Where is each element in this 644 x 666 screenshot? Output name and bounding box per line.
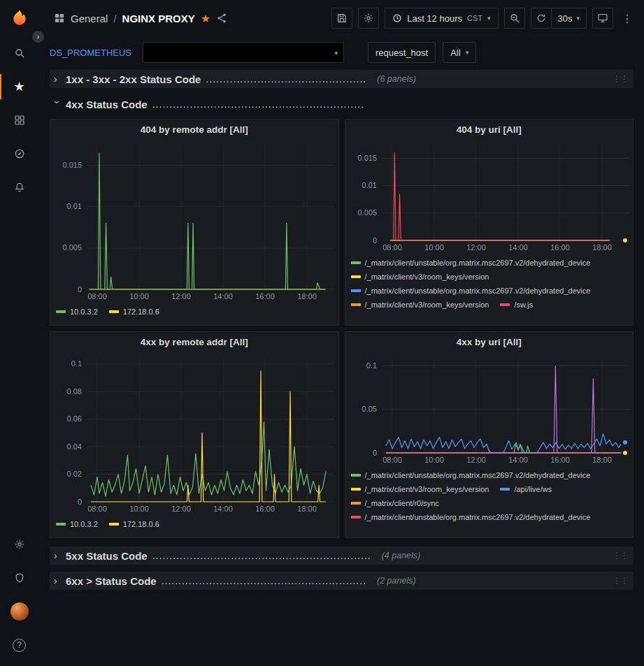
- svg-text:0: 0: [78, 498, 82, 506]
- search-icon: [14, 48, 25, 59]
- legend-swatch: [56, 523, 66, 526]
- chevron-down-icon: ›: [52, 101, 63, 108]
- breadcrumb-section[interactable]: General: [71, 13, 108, 24]
- legend-item[interactable]: /_matrix/client/unstable/org.matrix.msc2…: [351, 512, 591, 522]
- row-6xx-status-code[interactable]: › 6xx > Status Code ....................…: [50, 572, 634, 590]
- kebab-menu-icon[interactable]: ⋮: [619, 12, 636, 25]
- row-panel-count: (2 panels): [377, 576, 416, 586]
- refresh-interval-select[interactable]: 30s ▾: [551, 8, 587, 29]
- drag-handle-icon[interactable]: ⋮⋮: [613, 74, 628, 84]
- row-panel-count: (4 panels): [382, 551, 421, 560]
- panel-title[interactable]: 404 by remote addr [All]: [50, 120, 338, 139]
- svg-text:0: 0: [372, 449, 376, 457]
- request-host-variable-select[interactable]: All ▾: [443, 42, 476, 63]
- dashboards-grid-icon: [14, 115, 25, 126]
- request-host-variable-value: All: [450, 48, 460, 58]
- chart-4xx-by-uri[interactable]: 08:0010:0012:0014:0016:0018:0000.050.1: [345, 352, 634, 467]
- chevron-right-icon: ›: [54, 550, 61, 561]
- chart-4xx-by-remote-addr[interactable]: 08:0010:0012:0014:0016:0018:0000.020.040…: [50, 352, 338, 516]
- svg-text:0.01: 0.01: [362, 181, 376, 189]
- sidebar-item-dashboards[interactable]: [0, 103, 38, 137]
- sidebar-item-profile[interactable]: [0, 595, 38, 628]
- zoom-out-icon: [509, 13, 520, 24]
- row-4xx-status-code[interactable]: › 4xx Status Code ......................…: [50, 95, 634, 113]
- sidebar: ★: [0, 36, 38, 666]
- share-icon[interactable]: [216, 13, 227, 24]
- legend-item[interactable]: /_matrix/client/v3/room_keys/version: [351, 484, 489, 494]
- shield-icon: [14, 572, 25, 584]
- grafana-logo[interactable]: [0, 9, 38, 27]
- svg-text:12:00: 12:00: [171, 505, 191, 513]
- favorite-star-icon[interactable]: ★: [201, 12, 210, 25]
- sidebar-item-configuration[interactable]: [0, 528, 38, 561]
- dashboard-title[interactable]: NGINX PROXY: [122, 13, 195, 24]
- drag-handle-icon[interactable]: ⋮⋮: [613, 576, 628, 586]
- panel-title[interactable]: 4xx by remote addr [All]: [50, 332, 338, 352]
- legend-item[interactable]: /sw.js: [500, 300, 533, 310]
- legend-swatch: [109, 523, 119, 526]
- time-range-label: Last 12 hours: [407, 13, 462, 24]
- legend-label: 172.18.0.6: [123, 519, 159, 529]
- legend-label: 10.0.3.2: [70, 519, 98, 529]
- svg-text:16:00: 16:00: [255, 505, 275, 513]
- grafana-app: General / NGINX PROXY ★: [0, 0, 644, 666]
- variables-submenu: DS_PROMETHEUS ▾ request_host All ▾: [38, 36, 644, 70]
- panel-title[interactable]: 4xx by uri [All]: [345, 332, 634, 352]
- legend-label: /_matrix/client/v3/room_keys/version: [365, 272, 489, 282]
- drag-handle-icon[interactable]: ⋮⋮: [613, 551, 628, 560]
- sidebar-item-help[interactable]: ?: [0, 628, 38, 662]
- refresh-icon: [536, 13, 546, 23]
- legend-label: 172.18.0.6: [123, 307, 159, 317]
- gear-icon: [14, 539, 25, 550]
- svg-text:08:00: 08:00: [382, 456, 402, 464]
- datasource-variable-label[interactable]: DS_PROMETHEUS: [50, 48, 136, 58]
- sidebar-item-search[interactable]: [0, 36, 38, 70]
- legend-item[interactable]: /_matrix/client/unstable/org.matrix.msc2…: [351, 286, 591, 296]
- svg-text:10:00: 10:00: [129, 292, 149, 301]
- chart-404-by-uri[interactable]: 08:0010:0012:0014:0016:0018:0000.0050.01…: [345, 139, 634, 254]
- sidebar-item-explore[interactable]: [0, 137, 38, 171]
- legend-swatch: [351, 488, 361, 491]
- sidebar-item-alerting[interactable]: [0, 171, 38, 204]
- legend-item[interactable]: /_matrix/client/unstable/org.matrix.msc2…: [351, 258, 591, 268]
- svg-text:12:00: 12:00: [171, 292, 191, 301]
- dashboard-settings-button[interactable]: [358, 8, 379, 29]
- breadcrumb-separator: /: [113, 13, 116, 24]
- legend-item[interactable]: 172.18.0.6: [109, 519, 159, 529]
- legend-item[interactable]: /_matrix/client/v3/room_keys/version: [351, 272, 489, 282]
- legend-item[interactable]: /_matrix/client/r0/sync: [351, 498, 439, 508]
- svg-text:10:00: 10:00: [129, 505, 149, 513]
- legend-item[interactable]: 172.18.0.6: [109, 307, 159, 317]
- sidebar-item-server-admin[interactable]: [0, 561, 38, 595]
- row-title: 5xx Status Code: [66, 550, 148, 562]
- chart-legend: /_matrix/client/unstable/org.matrix.msc2…: [345, 467, 634, 537]
- panel-title[interactable]: 404 by uri [All]: [345, 120, 634, 139]
- zoom-out-time-button[interactable]: [504, 8, 525, 29]
- row-5xx-status-code[interactable]: › 5xx Status Code ......................…: [50, 546, 634, 565]
- datasource-variable-select[interactable]: ▾: [143, 42, 344, 63]
- tv-mode-button[interactable]: [592, 8, 613, 29]
- legend-swatch: [351, 261, 361, 264]
- legend-item[interactable]: /_matrix/client/v3/room_keys/version: [351, 300, 489, 310]
- refresh-button[interactable]: [531, 8, 552, 29]
- save-dashboard-button[interactable]: [331, 8, 352, 29]
- row-1xx-3xx-2xx-status-code[interactable]: › 1xx - 3xx - 2xx Status Code ..........…: [50, 70, 634, 88]
- top-navbar: General / NGINX PROXY ★: [0, 0, 644, 36]
- chevron-down-icon: ▾: [466, 49, 469, 56]
- svg-text:10:00: 10:00: [424, 243, 444, 252]
- legend-item[interactable]: 10.0.3.2: [56, 307, 98, 317]
- sidebar-toggle-button[interactable]: ›: [32, 31, 44, 43]
- legend-label: /_matrix/client/unstable/org.matrix.msc2…: [365, 286, 591, 296]
- legend-swatch: [351, 474, 361, 477]
- legend-label: /_matrix/client/unstable/org.matrix.msc2…: [365, 258, 591, 268]
- legend-swatch: [351, 516, 361, 519]
- svg-text:0.015: 0.015: [62, 161, 82, 169]
- legend-item[interactable]: 10.0.3.2: [56, 519, 98, 529]
- legend-item[interactable]: /api/live/ws: [500, 484, 552, 494]
- time-range-picker[interactable]: Last 12 hours CST ▾: [385, 8, 498, 29]
- apps-grid-icon[interactable]: [54, 13, 65, 24]
- legend-item[interactable]: /_matrix/client/unstable/org.matrix.msc2…: [351, 470, 591, 480]
- sidebar-item-starred[interactable]: ★: [0, 70, 38, 103]
- chart-404-by-remote-addr[interactable]: 08:0010:0012:0014:0016:0018:0000.0050.01…: [50, 139, 338, 303]
- timezone-label: CST: [467, 14, 482, 22]
